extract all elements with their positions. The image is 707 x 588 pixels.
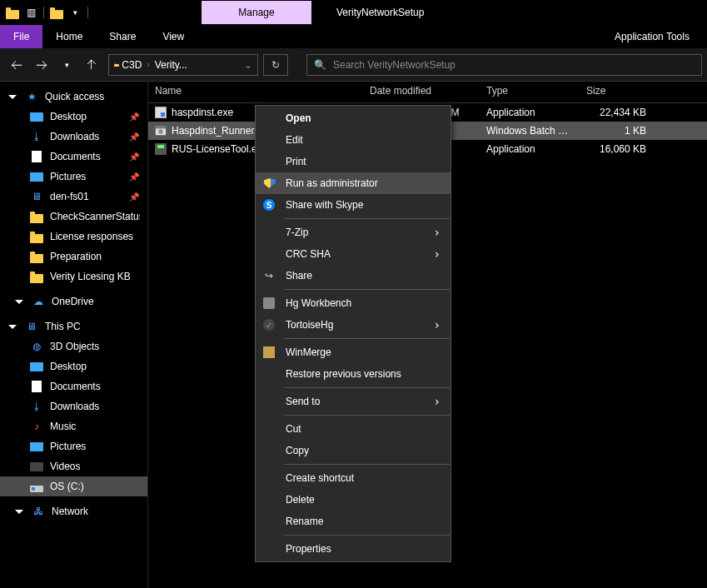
menu-label: 7-Zip bbox=[286, 227, 308, 238]
desktop-icon bbox=[30, 362, 43, 371]
menu-item-tortoisehg[interactable]: ✓TortoiseHg› bbox=[256, 314, 451, 336]
up-button[interactable]: 🡡 bbox=[80, 53, 103, 77]
breadcrumb-verity[interactable]: Verity... bbox=[150, 59, 192, 71]
title-bar: ▥ ▾ Manage VerityNetworkSetup bbox=[0, 0, 707, 25]
breadcrumb-c3d[interactable]: C3D bbox=[117, 59, 147, 71]
drive-icon bbox=[30, 486, 43, 492]
menu-item-share-skype[interactable]: SShare with Skype bbox=[256, 194, 451, 216]
sidebar-item-preparation[interactable]: Preparation bbox=[0, 247, 147, 267]
computer-icon: 🖥 bbox=[25, 320, 38, 333]
svg-point-2 bbox=[158, 129, 162, 133]
menu-label: Hg Workbench bbox=[286, 297, 351, 309]
sidebar-item-license[interactable]: License responses bbox=[0, 227, 147, 247]
menu-label: Create shortcut bbox=[286, 472, 354, 484]
customize-qat-icon[interactable]: ▾ bbox=[67, 2, 82, 22]
sidebar-item-veritykb[interactable]: Verity Licesing KB bbox=[0, 267, 147, 287]
sidebar-item-scanner[interactable]: CheckScannerStatus bbox=[0, 207, 147, 227]
sidebar-onedrive[interactable]: ☁OneDrive bbox=[0, 292, 147, 311]
column-header-type[interactable]: Type bbox=[480, 82, 580, 102]
sidebar-item-downloads[interactable]: ⭳Downloads📌 bbox=[0, 127, 147, 147]
window-title: VerityNetworkSetup bbox=[336, 7, 707, 18]
search-input[interactable]: 🔍 Search VerityNetworkSetup bbox=[306, 54, 702, 76]
chevron-down-icon[interactable]: ⌄ bbox=[244, 59, 252, 71]
menu-item-7zip[interactable]: 7-Zip› bbox=[256, 222, 451, 243]
shield-icon bbox=[262, 177, 276, 190]
sidebar-item-videos[interactable]: Videos bbox=[0, 456, 147, 476]
column-header-name[interactable]: Name bbox=[148, 82, 363, 102]
folder-icon[interactable] bbox=[5, 2, 20, 22]
menu-item-run-as-admin[interactable]: Run as administrator bbox=[256, 172, 451, 194]
sidebar-item-desktop[interactable]: Desktop📌 bbox=[0, 107, 147, 127]
sidebar-item-den[interactable]: 🖥den-fs01📌 bbox=[0, 187, 147, 207]
tab-file[interactable]: File bbox=[0, 25, 42, 48]
menu-label: Properties bbox=[286, 543, 331, 555]
context-menu: Open Edit Print Run as administrator SSh… bbox=[255, 105, 451, 562]
menu-item-share[interactable]: ↪Share bbox=[256, 265, 451, 287]
sidebar-item-3d-objects[interactable]: ◍3D Objects bbox=[0, 336, 147, 356]
sidebar-label: Music bbox=[50, 421, 76, 432]
sidebar-item-documents-pc[interactable]: Documents bbox=[0, 376, 147, 396]
document-icon bbox=[32, 381, 42, 392]
menu-label: Rename bbox=[286, 516, 323, 527]
sidebar-label: Desktop bbox=[50, 111, 87, 122]
menu-item-print[interactable]: Print bbox=[256, 151, 451, 172]
sidebar-label: Downloads bbox=[50, 401, 99, 412]
menu-item-delete[interactable]: Delete bbox=[256, 489, 451, 511]
menu-item-sendto[interactable]: Send to› bbox=[256, 391, 451, 412]
tab-share[interactable]: Share bbox=[96, 25, 149, 48]
properties-icon[interactable]: ▥ bbox=[23, 2, 38, 22]
menu-label: Share with Skype bbox=[286, 199, 363, 211]
menu-item-create-shortcut[interactable]: Create shortcut bbox=[256, 467, 451, 489]
menu-item-winmerge[interactable]: WinMerge bbox=[256, 341, 451, 363]
column-header-date[interactable]: Date modified bbox=[363, 82, 480, 102]
menu-item-edit[interactable]: Edit bbox=[256, 129, 451, 151]
address-bar[interactable]: › C3D › Verity... ⌄ bbox=[108, 54, 258, 76]
menu-label: Print bbox=[286, 156, 306, 167]
chevron-right-icon: › bbox=[434, 318, 441, 331]
sidebar-item-pictures[interactable]: Pictures📌 bbox=[0, 167, 147, 187]
skype-icon: S bbox=[262, 198, 276, 212]
file-type: Application bbox=[480, 143, 580, 155]
pin-icon: 📌 bbox=[129, 172, 139, 182]
tab-application-tools[interactable]: Application Tools bbox=[597, 25, 707, 48]
menu-item-properties[interactable]: Properties bbox=[256, 538, 451, 560]
sidebar-network[interactable]: 🖧Network bbox=[0, 501, 147, 521]
tab-home[interactable]: Home bbox=[42, 25, 96, 48]
sidebar-item-downloads-pc[interactable]: ⭳Downloads bbox=[0, 396, 147, 416]
menu-item-open[interactable]: Open bbox=[256, 107, 451, 129]
file-type: Windows Batch File bbox=[480, 125, 580, 137]
column-header-size[interactable]: Size bbox=[580, 82, 663, 102]
separator bbox=[43, 7, 44, 18]
file-size: 22,434 KB bbox=[580, 107, 663, 118]
forward-button[interactable]: 🡢 bbox=[30, 53, 53, 77]
menu-item-rename[interactable]: Rename bbox=[256, 511, 451, 532]
sidebar-label: den-fs01 bbox=[50, 191, 89, 202]
chevron-right-icon: › bbox=[434, 247, 441, 261]
sidebar-quick-access[interactable]: ★Quick access bbox=[0, 87, 147, 107]
tab-view[interactable]: View bbox=[149, 25, 197, 48]
sidebar-item-pictures-pc[interactable]: Pictures bbox=[0, 436, 147, 456]
back-button[interactable]: 🡠 bbox=[5, 53, 28, 77]
pin-icon: 📌 bbox=[129, 132, 139, 142]
menu-item-hg-workbench[interactable]: Hg Workbench bbox=[256, 292, 451, 314]
menu-label: Delete bbox=[286, 494, 315, 506]
sidebar-this-pc[interactable]: 🖥This PC bbox=[0, 316, 147, 336]
menu-label: Send to bbox=[286, 396, 320, 407]
sidebar-item-desktop-pc[interactable]: Desktop bbox=[0, 356, 147, 376]
new-folder-icon[interactable] bbox=[49, 2, 64, 22]
folder-icon bbox=[30, 234, 43, 243]
manage-context-tab[interactable]: Manage bbox=[202, 1, 311, 24]
chevron-right-icon: › bbox=[434, 226, 441, 239]
menu-label: TortoiseHg bbox=[286, 319, 333, 331]
recent-locations-icon[interactable]: ▾ bbox=[55, 53, 78, 77]
menu-item-restore[interactable]: Restore previous versions bbox=[256, 363, 451, 385]
svg-rect-1 bbox=[156, 127, 166, 129]
menu-item-copy[interactable]: Copy bbox=[256, 440, 451, 461]
refresh-button[interactable]: ↻ bbox=[263, 54, 288, 76]
menu-item-crcsha[interactable]: CRC SHA› bbox=[256, 243, 451, 265]
sidebar-item-music[interactable]: ♪Music bbox=[0, 416, 147, 436]
sidebar-item-osc[interactable]: OS (C:) bbox=[0, 476, 147, 496]
sidebar-item-documents[interactable]: Documents📌 bbox=[0, 147, 147, 167]
menu-item-cut[interactable]: Cut bbox=[256, 418, 451, 440]
document-icon bbox=[32, 151, 42, 162]
